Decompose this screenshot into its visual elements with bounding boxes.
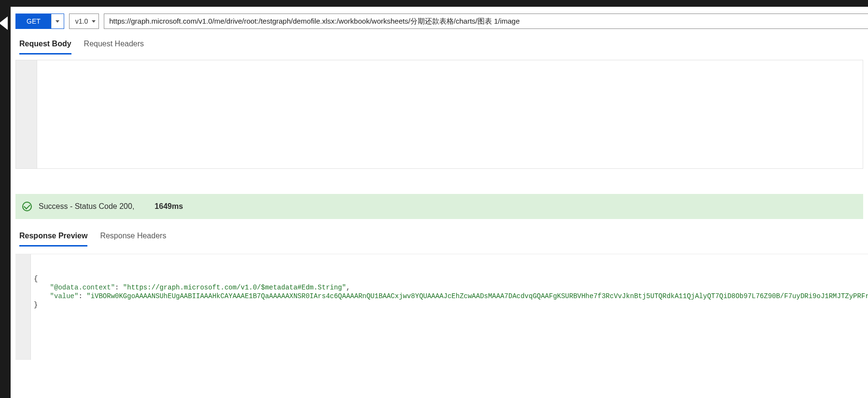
chevron-down-icon (56, 20, 59, 23)
tab-response-preview[interactable]: Response Preview (19, 232, 87, 247)
status-timing: 1649ms (154, 202, 183, 211)
editor-gutter (15, 254, 31, 360)
tab-request-body[interactable]: Request Body (19, 40, 71, 55)
sidebar-expand-arrow-icon[interactable] (0, 16, 8, 30)
status-text: Success - Status Code 200, (39, 202, 134, 211)
chevron-down-icon (92, 20, 96, 23)
response-tabs: Response Preview Response Headers (11, 219, 868, 247)
http-method-label: GET (16, 14, 51, 28)
response-json[interactable]: ▾ { "@odata.context": "https://graph.mic… (31, 254, 868, 360)
tab-request-headers[interactable]: Request Headers (84, 40, 144, 55)
http-method-dropdown[interactable]: GET (15, 14, 64, 29)
api-version-label: v1.0 (75, 17, 88, 25)
response-body-editor[interactable]: ▾ { "@odata.context": "https://graph.mic… (15, 254, 868, 360)
http-method-caret[interactable] (51, 14, 64, 28)
editor-gutter (16, 60, 37, 168)
request-body-editor[interactable] (15, 60, 863, 169)
request-url-input[interactable] (104, 14, 868, 29)
api-version-dropdown[interactable]: v1.0 (69, 14, 99, 29)
request-tabs: Request Body Request Headers (11, 29, 868, 55)
graph-explorer-panel: GET v1.0 Request Body Request Headers (11, 7, 868, 398)
tab-response-headers[interactable]: Response Headers (100, 232, 166, 247)
response-status-bar: Success - Status Code 200, 1649ms (15, 194, 863, 219)
request-controls: GET v1.0 (11, 7, 868, 29)
collapsed-sidebar[interactable] (0, 0, 11, 398)
success-check-icon (22, 202, 32, 211)
editor-content[interactable] (37, 60, 863, 168)
